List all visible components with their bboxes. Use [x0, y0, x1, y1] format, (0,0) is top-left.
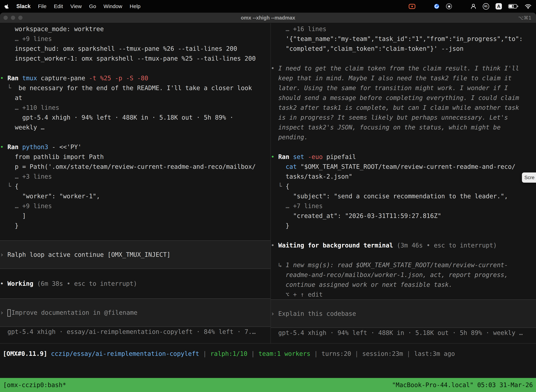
terminal-line: … +16 lines	[271, 24, 536, 34]
close-button[interactable]	[4, 16, 8, 20]
text-segment: Ran	[278, 153, 293, 160]
terminal-line: "created_at": "2026-03-31T11:59:27.816Z"	[271, 211, 536, 221]
terminal-line: › Ralph loop active continue [OMX_TMUX_I…	[0, 250, 270, 260]
text-segment	[271, 252, 274, 259]
text-segment: tmux	[22, 75, 37, 82]
text-segment	[271, 281, 286, 288]
text-segment: inspect_worker-1: omx sparkshell --tmux-…	[0, 55, 256, 62]
wifi-icon[interactable]	[525, 4, 531, 9]
menu-file[interactable]: File	[38, 3, 46, 9]
dots-grid-icon[interactable]	[458, 5, 464, 8]
composer-box-right[interactable]: › Explain this codebase	[271, 299, 536, 328]
text-segment: "worker": "worker-1",	[0, 193, 100, 200]
text-segment: ›	[271, 310, 278, 317]
text-cursor	[7, 309, 11, 317]
terminal-line: readme-and-reco/mailbox/worker-1.json, a…	[271, 270, 536, 280]
pane-right: … +16 lines '{"team_name":"my-team","tas…	[271, 23, 536, 343]
terminal-line: … +9 lines	[0, 201, 270, 211]
terminal-line: ⌥ + ↑ edit	[271, 289, 536, 299]
terminal-line: weekly …	[0, 122, 270, 132]
text-segment: tasks/task-2.json"	[271, 173, 352, 180]
bottom-spacer	[0, 364, 536, 378]
terminal-line: • I need to get the claim token from the…	[271, 63, 536, 73]
terminal-line: • Waiting for background terminal (3m 46…	[271, 240, 536, 250]
text-segment: "created_at": "2026-03-31T11:59:27.816Z"	[271, 212, 441, 219]
battery-charging-icon[interactable]	[508, 4, 518, 9]
terminal-line	[0, 63, 270, 73]
menu-bar: Slack File Edit View Go Window Help 61 A	[0, 0, 536, 13]
text-segment	[271, 114, 278, 121]
dark-disc-icon[interactable]	[446, 3, 452, 9]
terminal-line: "completed","claim_token":"claim-token"}…	[271, 44, 536, 54]
text-segment: Explain this codebase	[278, 310, 356, 317]
terminal-line: └ {	[271, 182, 536, 191]
text-segment: •	[0, 280, 7, 287]
apple-menu-icon[interactable]	[5, 4, 9, 9]
text-segment: 1 new msg(s): read $OMX_TEAM_STATE_ROOT/…	[286, 261, 508, 269]
menu-help[interactable]: Help	[129, 3, 140, 9]
text-segment: at	[0, 94, 22, 101]
menu-app-name[interactable]: Slack	[16, 3, 31, 9]
text-segment: gpt-5.4 xhigh · 94% left · 488K in · 5.1…	[0, 114, 234, 121]
terminal-line	[271, 250, 536, 260]
screen-recording-icon[interactable]	[409, 4, 415, 9]
text-segment: cczip/essay/ai-reimplementation-copyleft	[51, 350, 199, 357]
menu-status-icons: 61 A	[409, 3, 531, 10]
terminal-line	[271, 142, 536, 152]
text-segment: … +16 lines	[271, 25, 326, 33]
terminal-line	[0, 231, 270, 240]
terminal-line	[0, 289, 270, 299]
queued-message-box[interactable]: › Ralph loop active continue [OMX_TMUX_I…	[0, 240, 270, 269]
terminal-line: › Improve documentation in @filename	[0, 308, 270, 317]
terminal-line: › Explain this codebase	[271, 309, 536, 319]
terminal-line: gpt-5.4 xhigh · 94% left · 488K in · 5.1…	[0, 112, 270, 122]
user-icon[interactable]	[470, 3, 476, 9]
text-segment: {	[286, 183, 289, 190]
terminal-line: … +7 lines	[271, 201, 536, 211]
text-segment: set	[293, 153, 304, 160]
terminal-line: tasks/task-2.json"	[271, 172, 536, 182]
text-segment: •	[271, 153, 278, 160]
menu-edit[interactable]: Edit	[54, 3, 63, 9]
text-segment: cat	[286, 163, 297, 170]
text-segment: "subject": "send a concise recommendatio…	[271, 193, 508, 200]
text-segment: '{"team_name":"my-team","task_id":"1","f…	[271, 35, 523, 42]
text-segment: gpt-5.4 xhigh · essay/ai-reimplementatio…	[0, 328, 256, 335]
tmux-host-clock: "MacBook-Pro-44.local" 05:03 31-Mar-26	[392, 382, 533, 388]
text-segment: |	[403, 350, 414, 357]
minimize-button[interactable]	[11, 16, 15, 20]
text-segment: {	[15, 183, 19, 190]
composer-box-left[interactable]: › Improve documentation in @filename	[0, 299, 270, 327]
zoom-button[interactable]	[18, 16, 23, 20]
text-segment: |	[310, 350, 321, 357]
menu-go[interactable]: Go	[89, 3, 96, 9]
tmux-session-label: [omx-cczip0:bash*	[3, 382, 66, 388]
terminal-line: … +9 lines	[0, 34, 270, 44]
text-segment	[271, 84, 278, 92]
grid-icon[interactable]	[422, 4, 427, 9]
text-segment: ›	[0, 309, 7, 316]
text-segment: readme-and-reco/mailbox/worker-1.json, a…	[286, 271, 508, 278]
text-segment: Ran	[7, 75, 22, 82]
menu-window[interactable]: Window	[104, 3, 122, 9]
menu-view[interactable]: View	[70, 3, 81, 9]
text-segment: turns:20	[321, 350, 351, 357]
terminal-line: gpt-5.4 xhigh · 94% left · 488K in · 5.1…	[271, 328, 536, 338]
letter-a-app-icon[interactable]: A	[496, 3, 502, 9]
terminal-line: "worker": "worker-1",	[0, 191, 270, 201]
text-segment: … +9 lines	[0, 202, 52, 210]
terminal-line: • Ran set -euo pipefail	[271, 152, 536, 162]
text-segment	[0, 270, 4, 277]
terminal-line: ]	[0, 211, 270, 221]
text-segment: later. Using the same for transition mig…	[278, 84, 508, 92]
blue-swirl-icon[interactable]	[434, 3, 440, 9]
text-segment: ⌥ + ↑ edit	[271, 291, 323, 298]
text-segment: pipefail	[323, 153, 356, 160]
text-segment: └	[271, 183, 286, 190]
text-segment: -t %25 -p -S -80	[85, 75, 148, 82]
gauge-61-icon[interactable]: 61	[483, 3, 489, 10]
text-segment: └	[0, 84, 19, 92]
screen-overlay[interactable]: Scre	[522, 173, 536, 183]
terminal-line: └ be necessary for the end of the README…	[0, 83, 270, 93]
terminal-line: • Working (6m 38s • esc to interrupt)	[0, 279, 270, 289]
